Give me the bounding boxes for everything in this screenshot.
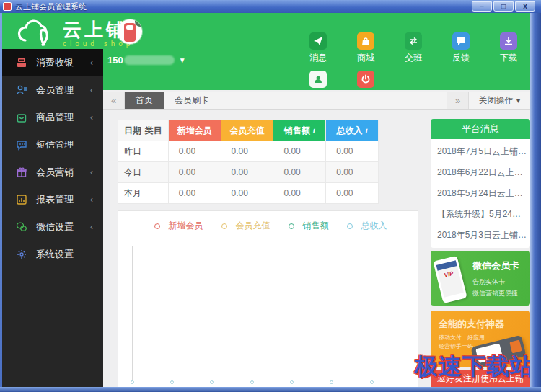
- headset-person-icon: [309, 71, 327, 88]
- window-titlebar: 云上铺会员管理系统 – □ x: [0, 0, 541, 13]
- sidebar-item-settings[interactable]: 系统设置: [2, 241, 103, 268]
- action-messages[interactable]: 消息: [302, 32, 335, 64]
- sidebar-item-marketing[interactable]: 会员营销 ‹: [2, 159, 103, 186]
- banner-title: 全能的支付神器: [439, 318, 504, 331]
- platform-messages-panel: 平台消息 2018年7月5日云上铺… 2018年6月22日云上… 2018年5月…: [431, 119, 530, 248]
- sidebar-item-label: 消费收银: [36, 56, 74, 69]
- message-item[interactable]: 2018年5月3日云上铺…: [431, 225, 530, 246]
- table-row: 今日 0.00 0.00 0.00 0.00: [118, 162, 379, 183]
- account-selector[interactable]: 150 ▼: [107, 55, 186, 66]
- zero-value-series-line: [132, 383, 372, 383]
- wechat-icon: [15, 221, 27, 233]
- legend-item-total-income[interactable]: 总收入: [342, 220, 387, 232]
- chat-bubble-icon: [452, 32, 470, 50]
- summary-table: 日期 类目 新增会员 会员充值 销售额i 总收入i 昨日 0.00 0.00 0…: [118, 120, 379, 204]
- account-phone: 150: [107, 55, 123, 66]
- table-row: 本月 0.00 0.00 0.00 0.00: [118, 183, 379, 204]
- platform-messages-title: 平台消息: [431, 119, 530, 139]
- avatar[interactable]: [118, 19, 142, 44]
- sidebar-item-cashier[interactable]: 消费收银 ‹: [2, 49, 103, 76]
- legend-item-sales[interactable]: 销售额: [283, 220, 329, 232]
- action-mall[interactable]: 商城: [349, 32, 382, 64]
- window-border-bottom: [0, 387, 541, 392]
- action-shift[interactable]: 交班: [397, 32, 430, 64]
- app-icon: [3, 2, 12, 11]
- legend-marker-icon: [154, 223, 160, 229]
- tab-member-swipe[interactable]: 会员刷卡: [164, 92, 220, 109]
- info-icon[interactable]: i: [366, 126, 368, 135]
- tab-bar: « 首页 会员刷卡 » 关闭操作 ▾: [103, 92, 530, 110]
- window-border-right: [530, 13, 541, 387]
- legend-item-recharge[interactable]: 会员充值: [216, 220, 270, 232]
- chevron-left-icon: ‹: [90, 167, 93, 177]
- message-item[interactable]: 2018年6月22日云上…: [431, 162, 530, 183]
- column-new-members: 新增会员: [168, 120, 221, 141]
- legend-marker-icon: [289, 223, 294, 229]
- banner-line: 移动支付：好应用: [439, 334, 485, 342]
- power-icon: [357, 71, 374, 88]
- legend-item-new-members[interactable]: 新增会员: [149, 220, 203, 232]
- phone-masked: [124, 55, 175, 65]
- legend-marker-icon: [221, 223, 227, 229]
- banner-line: 经营帮手一码: [439, 342, 473, 350]
- column-recharge: 会员充值: [221, 120, 273, 141]
- sidebar: 消费收银 ‹ 会员管理 ‹ 商品管理 ‹ 短信管理 会员营销 ‹ 报表管理 ‹: [2, 49, 103, 387]
- action-download[interactable]: 下载: [492, 32, 525, 64]
- sidebar-item-label: 商品管理: [36, 111, 74, 124]
- bar-chart-icon: [15, 194, 27, 206]
- chevron-down-icon: ▾: [516, 95, 520, 105]
- action-feedback[interactable]: 反馈: [444, 32, 478, 64]
- phone-illustration: VIP: [433, 256, 467, 303]
- sidebar-item-label: 会员营销: [36, 166, 74, 179]
- legend-marker-icon: [347, 223, 353, 229]
- tabs-scroll-left-button[interactable]: «: [103, 92, 125, 109]
- sidebar-item-label: 报表管理: [36, 193, 74, 206]
- info-icon[interactable]: i: [313, 126, 315, 135]
- message-item[interactable]: 2018年7月5日云上铺…: [431, 141, 530, 162]
- sms-bubble-icon: [15, 139, 27, 151]
- site-watermark: 极速下载站: [415, 351, 534, 383]
- chevron-left-icon: ‹: [90, 85, 93, 95]
- sidebar-item-sms[interactable]: 短信管理: [2, 131, 103, 159]
- chevron-left-icon: ‹: [90, 58, 93, 68]
- gift-icon: [15, 166, 27, 179]
- chart-legend: 新增会员 会员充值 销售额 总收入: [118, 220, 418, 232]
- download-icon: [500, 32, 517, 50]
- close-button[interactable]: x: [515, 1, 535, 12]
- close-operations-dropdown[interactable]: 关闭操作 ▾: [468, 92, 530, 109]
- goods-bag-icon: [15, 112, 27, 124]
- shopping-bag-icon: [357, 32, 374, 50]
- sidebar-item-goods[interactable]: 商品管理 ‹: [2, 104, 103, 131]
- maximize-button[interactable]: □: [493, 1, 514, 12]
- message-item[interactable]: 【系统升级】5月24…: [431, 204, 530, 225]
- gear-icon: [15, 249, 27, 261]
- swap-arrows-icon: [405, 32, 422, 50]
- avatar-badge: [135, 19, 142, 27]
- minimize-button[interactable]: –: [472, 1, 492, 12]
- chevron-down-icon: ▼: [179, 56, 186, 64]
- chevron-left-icon: ‹: [90, 222, 93, 232]
- message-item[interactable]: 2018年5月24日云上…: [431, 183, 530, 204]
- paper-plane-icon: [309, 32, 327, 50]
- member-icon: [15, 84, 27, 97]
- sidebar-item-members[interactable]: 会员管理 ‹: [2, 76, 103, 104]
- chevron-left-icon: ‹: [90, 195, 93, 205]
- tabs-scroll-right-button[interactable]: »: [447, 92, 468, 109]
- sidebar-item-label: 会员管理: [36, 84, 74, 97]
- tabbar-spacer: [220, 92, 447, 109]
- wechat-card-banner[interactable]: VIP 微信会员卡 告别实体卡 微信营销更便捷: [431, 251, 530, 306]
- banner-line: 微信营销更便捷: [472, 289, 519, 298]
- banner-title: 微信会员卡: [472, 259, 519, 272]
- sidebar-item-label: 微信设置: [36, 220, 74, 233]
- sidebar-item-label: 短信管理: [36, 138, 74, 151]
- sidebar-item-label: 系统设置: [36, 248, 74, 261]
- sidebar-item-reports[interactable]: 报表管理 ‹: [2, 186, 103, 213]
- avatar-figure: [124, 23, 136, 42]
- sidebar-item-wechat[interactable]: 微信设置 ‹: [2, 213, 103, 241]
- column-total-income: 总收入i: [326, 120, 379, 141]
- window-title: 云上铺会员管理系统: [15, 1, 87, 12]
- cloud-logo-icon: [15, 19, 57, 48]
- window-border-left: [0, 13, 2, 387]
- tab-home[interactable]: 首页: [125, 92, 164, 109]
- banner-line: 告别实体卡: [472, 277, 519, 287]
